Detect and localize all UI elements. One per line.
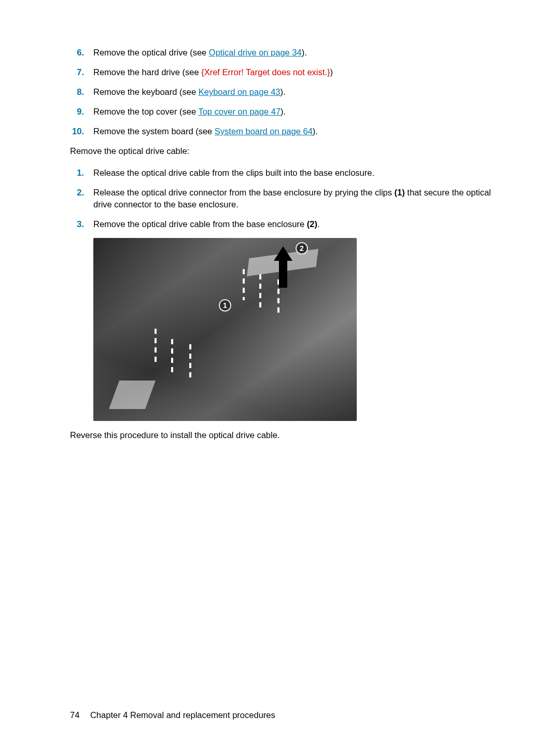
page-number: 74 [70,710,79,720]
step-number: 6. [70,47,93,59]
procedure-illustration: 1 2 [93,238,357,421]
xref-link[interactable]: Top cover on page 47 [198,107,281,116]
callout-ref: (1) [395,188,405,197]
illustration-dash [259,274,261,311]
step-number: 9. [70,106,93,118]
illustration-dash [243,269,245,300]
step-number: 8. [70,86,93,98]
xref-link[interactable]: System board on page 64 [215,126,313,136]
page-content: 6. Remove the optical drive (see Optical… [0,0,560,441]
step-number: 10. [70,125,93,137]
prereq-steps-list: 6. Remove the optical drive (see Optical… [70,47,498,137]
intro-paragraph: Remove the optical drive cable: [70,145,498,157]
step-number: 7. [70,66,93,78]
illustration-dash [155,329,157,365]
callout-2: 2 [296,242,308,255]
step-number: 3. [70,218,93,230]
up-arrow-icon [274,246,292,288]
step-body: Remove the top cover (see Top cover on p… [93,106,498,118]
step-body: Remove the system board (see System boar… [93,125,498,137]
page-footer: 74 Chapter 4 Removal and replacement pro… [70,710,275,720]
step-body: Remove the hard drive (see {Xref Error! … [93,66,498,78]
step-number: 2. [70,187,93,210]
step-number: 1. [70,167,93,179]
xref-error: {Xref Error! Target does not exist.} [201,67,330,77]
illustration-dash [189,344,191,378]
xref-link[interactable]: Optical drive on page 34 [209,48,302,57]
list-item: 3. Remove the optical drive cable from t… [70,218,498,230]
step-body: Release the optical drive cable from the… [93,167,498,179]
step-body: Remove the keyboard (see Keyboard on pag… [93,86,498,98]
step-body: Remove the optical drive (see Optical dr… [93,47,498,59]
step-body: Remove the optical drive cable from the … [93,218,498,230]
list-item: 9. Remove the top cover (see Top cover o… [70,106,498,118]
list-item: 7. Remove the hard drive (see {Xref Erro… [70,66,498,78]
procedure-steps-list: 1. Release the optical drive cable from … [70,167,498,230]
chapter-title: Chapter 4 Removal and replacement proced… [90,710,275,720]
list-item: 1. Release the optical drive cable from … [70,167,498,179]
list-item: 10. Remove the system board (see System … [70,125,498,137]
list-item: 2. Release the optical drive connector f… [70,187,498,210]
closing-paragraph: Reverse this procedure to install the op… [70,429,498,441]
illustration-dash [171,339,173,375]
step-body: Release the optical drive connector from… [93,187,498,210]
callout-1: 1 [219,299,231,312]
xref-link[interactable]: Keyboard on page 43 [199,87,281,96]
list-item: 8. Remove the keyboard (see Keyboard on … [70,86,498,98]
list-item: 6. Remove the optical drive (see Optical… [70,47,498,59]
callout-ref: (2) [307,219,317,229]
